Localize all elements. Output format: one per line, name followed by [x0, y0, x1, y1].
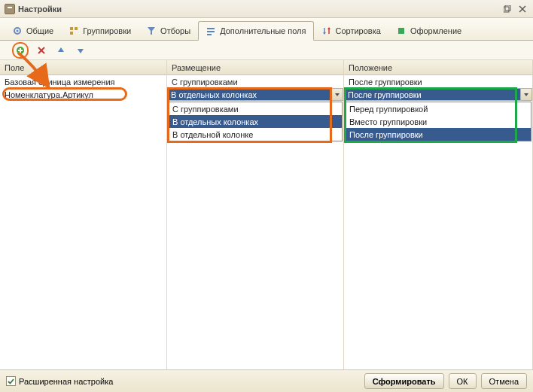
ok-button[interactable]: ОК — [449, 373, 477, 389]
advanced-checkbox[interactable] — [6, 376, 16, 386]
column-placement: Размещение С группировками В отдельных к… — [167, 60, 344, 369]
titlebar: Настройки — [0, 0, 533, 18]
cell-position-0[interactable]: После группировки — [344, 75, 532, 88]
svg-rect-13 — [207, 31, 215, 32]
app-icon — [5, 4, 15, 14]
column-position: Положение После группировки После группи… — [344, 60, 533, 369]
cell-position-1[interactable]: После группировки Перед группировкой Вме… — [344, 88, 532, 101]
position-combo-value: После группировки — [345, 89, 520, 100]
placement-option-0[interactable]: С группировками — [169, 102, 342, 115]
tab-sort[interactable]: Сортировка — [314, 21, 388, 40]
window-restore-button[interactable] — [501, 4, 513, 14]
svg-rect-2 — [504, 7, 509, 12]
gear-icon — [12, 26, 23, 36]
tabs: Общие Группировки Отборы Дополнительные … — [0, 18, 533, 41]
tab-label: Сортировка — [336, 26, 381, 35]
column-header-position[interactable]: Положение — [344, 60, 532, 75]
tab-label: Дополнительные поля — [220, 26, 306, 35]
cell-field-1[interactable]: Номенклатура.Артикул — [0, 88, 166, 101]
position-option-1[interactable]: Вместо группировки — [346, 115, 531, 128]
svg-rect-12 — [207, 28, 215, 29]
svg-rect-14 — [207, 34, 212, 35]
tab-filter[interactable]: Отборы — [139, 21, 198, 40]
svg-rect-19 — [398, 28, 404, 34]
placement-option-2[interactable]: В отдельной колонке — [169, 128, 342, 141]
grid-toolbar — [0, 41, 533, 60]
tab-grouping[interactable]: Группировки — [61, 21, 139, 40]
tab-label: Общие — [26, 26, 53, 35]
column-field: Поле Базовая единица измерения Номенклат… — [0, 60, 167, 369]
placement-option-1[interactable]: В отдельных колонках — [169, 115, 342, 128]
grouping-icon — [69, 26, 79, 36]
svg-rect-9 — [75, 27, 78, 30]
svg-point-7 — [17, 30, 19, 32]
footer-bar: Расширенная настройка Сформировать ОК От… — [0, 369, 533, 392]
settings-window: Настройки Общие Группировки Отборы Допол… — [0, 0, 533, 392]
column-header-field[interactable]: Поле — [0, 60, 166, 75]
grid: Поле Базовая единица измерения Номенклат… — [0, 60, 533, 369]
svg-rect-3 — [505, 5, 510, 11]
svg-marker-18 — [327, 27, 330, 29]
window-close-button[interactable] — [516, 4, 528, 14]
move-up-button[interactable] — [54, 44, 68, 57]
advanced-label: Расширенная настройка — [19, 377, 113, 386]
position-combo[interactable]: После группировки Перед группировкой Вме… — [344, 88, 532, 101]
cell-placement-1[interactable]: В отдельных колонках С группировками В о… — [167, 88, 343, 101]
tab-general[interactable]: Общие — [5, 21, 61, 40]
tab-label: Группировки — [83, 26, 131, 35]
generate-button[interactable]: Сформировать — [364, 373, 444, 389]
tab-label: Оформление — [410, 26, 461, 35]
svg-marker-25 — [58, 47, 64, 52]
dropdown-button-icon[interactable] — [520, 89, 531, 100]
placement-combo-value: В отдельных колонках — [168, 89, 331, 100]
cancel-button[interactable]: Отмена — [481, 373, 527, 389]
delete-button[interactable] — [35, 44, 48, 57]
column-header-placement[interactable]: Размещение — [167, 60, 343, 75]
svg-marker-28 — [524, 93, 528, 96]
sort-icon — [321, 26, 332, 36]
cell-placement-0[interactable]: С группировками — [167, 75, 343, 88]
svg-rect-10 — [70, 32, 73, 35]
extra-fields-icon — [206, 26, 216, 36]
svg-marker-27 — [335, 93, 340, 96]
dropdown-button-icon[interactable] — [331, 89, 343, 100]
tab-extra-fields[interactable]: Дополнительные поля — [198, 21, 313, 41]
window-title: Настройки — [18, 5, 62, 14]
filter-icon — [146, 26, 157, 36]
placement-dropdown: С группировками В отдельных колонках В о… — [168, 102, 343, 141]
position-dropdown: Перед группировкой Вместо группировки По… — [345, 102, 531, 141]
svg-marker-16 — [323, 32, 326, 35]
position-option-2[interactable]: После группировки — [346, 128, 531, 141]
tab-label: Отборы — [160, 26, 190, 35]
move-down-button[interactable] — [74, 44, 87, 57]
format-icon — [396, 26, 407, 36]
svg-marker-26 — [78, 49, 84, 53]
add-button[interactable] — [12, 42, 29, 59]
position-option-0[interactable]: Перед группировкой — [346, 102, 531, 115]
cell-field-0[interactable]: Базовая единица измерения — [0, 75, 166, 88]
svg-rect-8 — [70, 27, 73, 30]
svg-marker-11 — [148, 27, 155, 35]
tab-format[interactable]: Оформление — [388, 21, 469, 40]
placement-combo[interactable]: В отдельных колонках С группировками В о… — [167, 88, 343, 101]
svg-rect-1 — [8, 7, 12, 8]
